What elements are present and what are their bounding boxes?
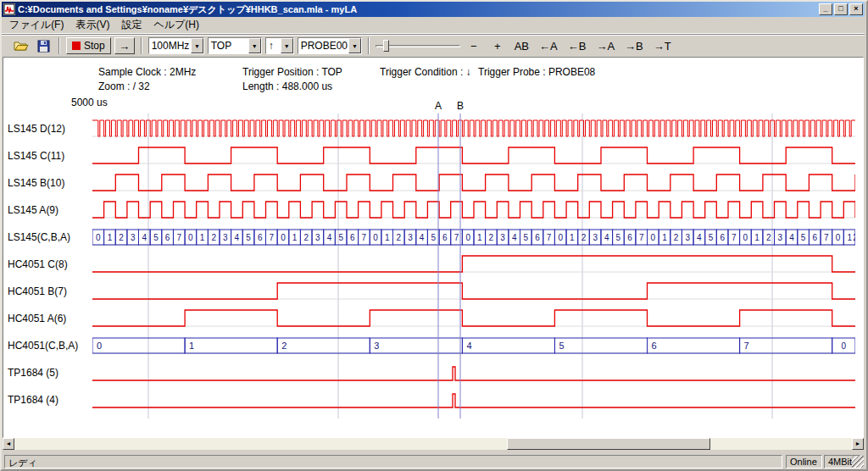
bus-value: 1 xyxy=(108,233,113,242)
menu-view[interactable]: 表示(V) xyxy=(70,16,115,34)
bus-value: 6 xyxy=(165,233,170,242)
cursor-a-label[interactable]: A xyxy=(435,100,442,112)
bus-value: 2 xyxy=(674,233,679,242)
bus-value: 0 xyxy=(842,341,847,351)
zoom-out-button[interactable]: − xyxy=(464,37,484,54)
bus-value: 1 xyxy=(292,233,298,242)
scroll-right-icon[interactable]: ► xyxy=(852,438,864,450)
bus-value: 4 xyxy=(466,341,471,351)
channel-label: LS145 D(12) xyxy=(8,123,92,136)
open-file-button[interactable] xyxy=(12,37,31,54)
bus-value: 5 xyxy=(709,233,714,242)
zoom-info: Zoom : / 32 xyxy=(98,80,150,92)
bus-value: 4 xyxy=(512,233,517,242)
close-button[interactable]: × xyxy=(849,3,863,15)
bus-value: 1 xyxy=(754,233,760,242)
chevron-down-icon[interactable]: ▼ xyxy=(248,38,261,53)
trigger-probe-combo[interactable]: PROBE00 ▼ xyxy=(298,37,362,54)
bus-value: 2 xyxy=(853,233,855,242)
cursor-b-label[interactable]: B xyxy=(457,100,464,112)
bus-value: 0 xyxy=(97,341,102,351)
bus-value: 5 xyxy=(616,233,621,242)
bus-value: 1 xyxy=(200,233,205,242)
bus-value: 2 xyxy=(489,233,494,242)
trigger-position-combo[interactable]: TOP ▼ xyxy=(208,37,262,54)
bus-value: 7 xyxy=(362,233,367,242)
bus-value: 1 xyxy=(189,341,194,351)
bus-value: 0 xyxy=(559,233,564,242)
stop-button[interactable]: Stop xyxy=(66,37,111,54)
bus-value: 7 xyxy=(270,233,275,242)
run-button[interactable]: → xyxy=(114,37,135,54)
trigger-edge-combo[interactable]: ↑ ▼ xyxy=(265,37,294,54)
bus-value: 5 xyxy=(801,233,806,242)
bus-value: 2 xyxy=(281,341,287,351)
trigger-position-info: Trigger Position : TOP xyxy=(242,66,342,78)
bus-value: 5 xyxy=(338,233,343,242)
trigger-condition-info: Trigger Condition : ↓ xyxy=(380,66,471,78)
minimize-button[interactable]: _ xyxy=(819,3,832,15)
bus-value: 6 xyxy=(350,233,355,242)
set-cursor-b-button[interactable]: →B xyxy=(621,37,647,54)
channel-label: HC4051(C,B,A) xyxy=(8,340,92,353)
bus-cell xyxy=(462,338,554,353)
bus-value: 5 xyxy=(524,233,529,242)
waveform-trace xyxy=(92,310,855,326)
channel-label: HC4051 B(7) xyxy=(8,285,92,299)
bus-value: 4 xyxy=(235,233,240,242)
bus-value: 0 xyxy=(281,233,286,242)
zoom-slider[interactable] xyxy=(376,37,460,54)
app-icon xyxy=(3,3,15,15)
bus-value: 4 xyxy=(327,233,332,242)
bus-cell xyxy=(554,338,647,353)
bus-value: 3 xyxy=(223,233,228,242)
save-file-button[interactable] xyxy=(34,37,53,54)
goto-cursor-a-button[interactable]: ←A xyxy=(536,37,561,54)
chevron-down-icon[interactable]: ▼ xyxy=(281,38,293,53)
toolbar-separator xyxy=(141,37,142,54)
chevron-down-icon[interactable]: ▼ xyxy=(348,38,361,53)
chevron-down-icon[interactable]: ▼ xyxy=(191,38,203,53)
goto-trigger-button[interactable]: →T xyxy=(650,37,675,54)
maximize-button[interactable]: □ xyxy=(834,3,848,15)
menu-settings[interactable]: 設定 xyxy=(115,16,147,34)
channel-label: LS145 C(11) xyxy=(8,150,92,163)
ab-range-button[interactable]: AB xyxy=(511,37,532,54)
resize-grip[interactable] xyxy=(852,456,864,468)
scroll-left-icon[interactable]: ◄ xyxy=(3,438,14,450)
stop-label: Stop xyxy=(84,40,105,52)
bus-value: 3 xyxy=(315,233,320,242)
channel-label: HC4051 A(6) xyxy=(8,313,92,326)
menu-help[interactable]: ヘルプ(H) xyxy=(147,16,205,34)
bus-value: 7 xyxy=(732,233,737,242)
goto-cursor-b-button[interactable]: ←B xyxy=(565,37,590,54)
bus-value: 4 xyxy=(604,233,609,242)
waveform-trace xyxy=(92,202,855,218)
titlebar[interactable]: C:¥Documents and Settings¥noname¥デスクトップ¥… xyxy=(2,2,865,17)
floppy-disk-icon xyxy=(37,40,50,53)
sample-clock-combo[interactable]: 100MHz ▼ xyxy=(148,37,204,54)
sample-clock-info: Sample Clock : 2MHz xyxy=(98,66,196,78)
sample-clock-value: 100MHz xyxy=(149,38,191,53)
bus-value: 0 xyxy=(96,233,101,242)
bus-cell xyxy=(370,338,462,353)
bus-value: 3 xyxy=(593,233,598,242)
bus-value: 2 xyxy=(119,233,124,242)
stop-icon xyxy=(72,42,81,50)
bus-value: 5 xyxy=(559,341,564,351)
zoom-slider-thumb[interactable] xyxy=(383,40,389,52)
waveform-trace xyxy=(92,256,855,272)
toolbar-separator xyxy=(368,37,370,54)
bus-value: 0 xyxy=(836,233,841,242)
menu-file[interactable]: ファイル(F) xyxy=(3,16,70,34)
waveform-plot[interactable]: 0123456701234567012345670123456701234567… xyxy=(92,114,855,418)
bus-value: 3 xyxy=(778,233,783,242)
set-cursor-a-button[interactable]: →A xyxy=(593,37,618,54)
waveform-trace xyxy=(92,283,855,299)
bus-value: 7 xyxy=(639,233,644,242)
horizontal-scrollbar[interactable]: ◄ ► xyxy=(3,438,864,450)
bus-value: 7 xyxy=(177,233,182,242)
zoom-in-button[interactable]: + xyxy=(487,37,508,54)
scrollbar-thumb[interactable] xyxy=(507,438,710,450)
status-online: Online xyxy=(786,455,822,468)
